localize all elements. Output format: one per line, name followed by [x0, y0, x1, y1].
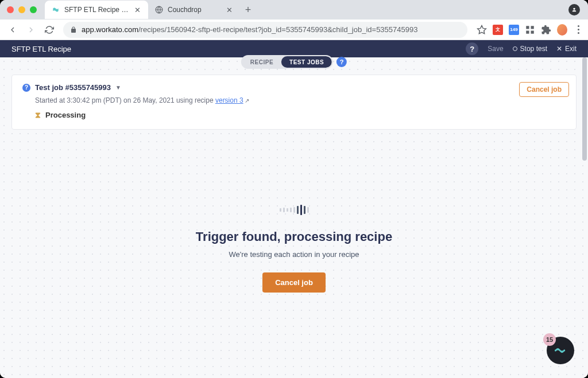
- svg-rect-3: [526, 26, 529, 29]
- chat-widget[interactable]: 15: [547, 337, 574, 364]
- recipe-title: SFTP ETL Recipe: [11, 45, 71, 53]
- svg-point-1: [573, 8, 575, 10]
- svg-marker-2: [478, 25, 486, 33]
- close-tab-icon[interactable]: ✕: [133, 6, 141, 14]
- close-window-icon[interactable]: [7, 6, 14, 13]
- chevron-down-icon: ▼: [115, 84, 121, 91]
- lock-icon: [70, 26, 77, 33]
- tab-recipe[interactable]: RECIPE: [242, 56, 281, 68]
- apps-grid-icon[interactable]: [525, 25, 535, 35]
- view-switcher: RECIPE TEST JOBS ?: [241, 55, 347, 69]
- tab-bar: SFTP ETL Recipe | Workato ✕ Couchdrop ✕ …: [0, 0, 588, 20]
- job-header[interactable]: ? Test job #5355745993 ▼: [22, 83, 566, 92]
- save-button[interactable]: Save: [488, 45, 503, 53]
- info-icon: ?: [22, 84, 30, 92]
- tab-title: Couchdrop: [168, 6, 220, 14]
- stage-title: Trigger found, processing recipe: [196, 229, 392, 244]
- svg-rect-4: [531, 26, 534, 29]
- job-title: Test job #5355745993: [35, 83, 111, 92]
- url-text: app.workato.com/recipes/1560942-sftp-etl…: [82, 25, 461, 34]
- workato-logo-icon: [554, 344, 567, 357]
- version-link[interactable]: version 3: [215, 96, 243, 104]
- job-status: ⧗ Processing: [35, 110, 566, 120]
- hourglass-icon: ⧗: [35, 110, 41, 120]
- close-tab-icon[interactable]: ✕: [225, 6, 233, 14]
- chat-badge: 15: [543, 333, 556, 346]
- stage-subtitle: We're testing each action in your recipe: [229, 250, 359, 259]
- profile-avatar-icon[interactable]: [568, 4, 580, 15]
- external-link-icon: ↗: [245, 98, 249, 104]
- cancel-job-button-main[interactable]: Cancel job: [262, 272, 326, 293]
- chrome-menu-icon[interactable]: [573, 25, 583, 35]
- extension-icon[interactable]: 文: [493, 25, 503, 35]
- processing-stage: Trigger found, processing recipe We're t…: [11, 204, 577, 293]
- browser-window: SFTP ETL Recipe | Workato ✕ Couchdrop ✕ …: [0, 0, 588, 378]
- header-actions: ? Save Stop test ✕ Exit: [466, 42, 577, 55]
- profile-picture-icon[interactable]: [557, 25, 567, 35]
- exit-button[interactable]: ✕ Exit: [556, 45, 577, 53]
- extension-icon[interactable]: 149: [509, 25, 519, 35]
- reload-button[interactable]: [41, 22, 57, 38]
- browser-toolbar: app.workato.com/recipes/1560942-sftp-etl…: [0, 20, 588, 40]
- job-card: ? Test job #5355745993 ▼ Started at 3:30…: [11, 75, 577, 130]
- back-button[interactable]: [5, 22, 21, 38]
- bookmark-star-icon[interactable]: [477, 25, 487, 35]
- toolbar-icons: 文 149: [477, 25, 583, 35]
- cancel-job-button[interactable]: Cancel job: [519, 82, 569, 97]
- window-controls: [7, 6, 37, 13]
- scrollbar-thumb[interactable]: [582, 57, 587, 161]
- tab-test-jobs[interactable]: TEST JOBS: [281, 56, 332, 68]
- address-bar[interactable]: app.workato.com/recipes/1560942-sftp-etl…: [63, 22, 467, 38]
- loading-animation-icon: [280, 204, 309, 216]
- close-icon: ✕: [556, 45, 562, 53]
- maximize-window-icon[interactable]: [30, 6, 37, 13]
- help-icon[interactable]: ?: [466, 42, 478, 55]
- scrollbar[interactable]: [582, 57, 587, 378]
- job-subtext: Started at 3:30:42 pm (PDT) on 26 May, 2…: [35, 96, 566, 104]
- content-area: ? Test job #5355745993 ▼ Started at 3:30…: [0, 57, 588, 378]
- browser-tab[interactable]: Couchdrop ✕: [148, 1, 240, 19]
- svg-rect-6: [531, 30, 534, 33]
- globe-favicon-icon: [155, 6, 163, 14]
- workato-favicon-icon: [52, 6, 60, 14]
- stop-icon: [513, 46, 517, 51]
- pill-help-icon[interactable]: ?: [336, 57, 347, 67]
- browser-tab-active[interactable]: SFTP ETL Recipe | Workato ✕: [45, 1, 148, 19]
- svg-rect-5: [526, 30, 529, 33]
- browser-chrome: SFTP ETL Recipe | Workato ✕ Couchdrop ✕ …: [0, 0, 588, 40]
- extensions-puzzle-icon[interactable]: [541, 25, 551, 35]
- new-tab-button[interactable]: +: [240, 2, 256, 18]
- tab-title: SFTP ETL Recipe | Workato: [64, 6, 129, 14]
- stop-test-button[interactable]: Stop test: [513, 45, 547, 53]
- forward-button[interactable]: [23, 22, 39, 38]
- app-header: SFTP ETL Recipe ? Save Stop test ✕ Exit …: [0, 40, 588, 57]
- minimize-window-icon[interactable]: [18, 6, 25, 13]
